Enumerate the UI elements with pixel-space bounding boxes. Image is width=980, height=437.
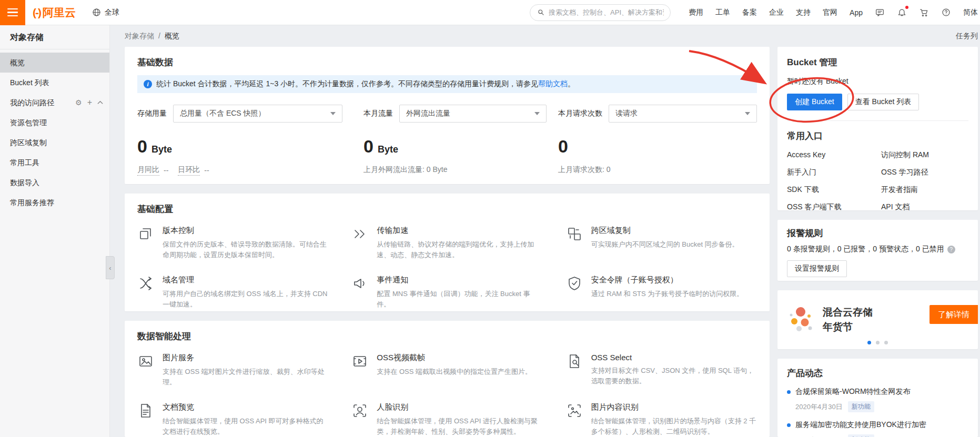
sidebar-item-overview[interactable]: 概览 <box>0 53 109 73</box>
quick-link-ram[interactable]: 访问控制 RAM <box>881 150 968 160</box>
search-input[interactable] <box>549 8 664 16</box>
sidebar-item-resource-packages[interactable]: 资源包管理 <box>0 113 109 133</box>
chevron-up-icon[interactable] <box>97 100 103 105</box>
sidebar-item-bucket-list[interactable]: Bucket 列表 <box>0 73 109 93</box>
sidebar-item-data-import[interactable]: 数据导入 <box>0 172 109 192</box>
sidebar-item-common-tools[interactable]: 常用工具 <box>0 153 109 172</box>
region-selector[interactable]: 全球 <box>92 7 119 17</box>
sidebar-item-label: 跨区域复制 <box>10 133 103 153</box>
carousel-dot[interactable] <box>876 341 880 344</box>
feature-desc: 通过 RAM 和 STS 为子账号授予临时的访问权限。 <box>591 289 744 299</box>
quick-link-oss-learning-path[interactable]: OSS 学习路径 <box>881 168 968 177</box>
carousel-dot[interactable] <box>867 341 871 344</box>
plus-icon[interactable]: + <box>87 98 92 107</box>
face-recognition-icon <box>351 402 369 437</box>
stat-traffic: 本月流量 外网流出流量 0Byte 上月外网流出流量: 0 Byte <box>363 105 547 176</box>
notification-dot <box>905 6 908 9</box>
feature-desc: 结合智能媒体管理，使用 OSS API 进行人脸检测与聚类，并检测年龄、性别、头… <box>377 416 542 437</box>
topbar-search[interactable] <box>530 4 671 21</box>
quick-link-access-key[interactable]: Access Key <box>787 150 881 160</box>
transfer-acceleration-icon <box>351 226 369 260</box>
sidebar-item-my-access-paths[interactable]: 我的访问路径 ⚙ + <box>0 93 109 113</box>
quick-link-developer-guide[interactable]: 开发者指南 <box>881 185 968 195</box>
video-frame-icon <box>351 353 369 388</box>
help-icon[interactable] <box>941 7 951 17</box>
feature-title: 文档预览 <box>163 402 328 412</box>
news-item[interactable]: 合规保留策略-WORM特性全网发布 <box>787 387 968 397</box>
feature-desc: 支持在 OSS 端截取出视频中的指定位置产生图片。 <box>377 367 532 377</box>
sidebar-collapse-handle[interactable]: ‹ <box>106 256 115 279</box>
sidebar-item-cross-region[interactable]: 跨区域复制 <box>0 133 109 153</box>
feature-video-frame[interactable]: OSS视频截帧支持在 OSS 端截取出视频中的指定位置产生图片。 <box>351 353 542 388</box>
help-doc-link[interactable]: 帮助文档 <box>538 79 568 88</box>
create-bucket-button[interactable]: 创建 Bucket <box>787 94 842 110</box>
feature-desc: 可将用户自己的域名绑定到 OSS 域名上，并支持 CDN 一键加速。 <box>163 289 328 310</box>
quick-link-client-download[interactable]: OSS 客户端下载 <box>787 202 881 212</box>
basic-data-card: 基础数据 i 统计 Bucket 合计数据，平均延迟 1~3 小时。不作为计量数… <box>125 47 770 184</box>
version-control-icon <box>137 226 155 260</box>
feature-title: 传输加速 <box>377 226 542 236</box>
quick-link-getting-started[interactable]: 新手入门 <box>787 168 881 177</box>
stat-requests: 本月请求次数 读请求 0 上月请求次数: 0 <box>558 105 757 176</box>
feature-desc: 保留文件的历史版本、错误导致的数据清除。可结合生命周期功能，设置历史版本保留时间… <box>163 239 328 260</box>
feature-title: 域名管理 <box>163 275 328 285</box>
question-icon[interactable]: ? <box>947 246 955 253</box>
feature-security-token[interactable]: 安全令牌（子账号授权）通过 RAM 和 STS 为子账号授予临时的访问权限。 <box>566 275 757 310</box>
topbar-link-ticket[interactable]: 工单 <box>715 8 730 17</box>
topbar-link-enterprise[interactable]: 企业 <box>769 8 784 17</box>
topbar-link-icp[interactable]: 备案 <box>742 8 757 17</box>
aliyun-logo[interactable]: (-) 阿里云 <box>33 5 76 20</box>
feature-oss-select[interactable]: OSS Select支持对目标文件 CSV、JSON 文件，使用 SQL 语句，… <box>566 353 757 388</box>
feature-image-recognition[interactable]: 图片内容识别结合智能媒体管理，识别图片的场景与内容（支持 2 千多个标签）、人形… <box>566 402 757 437</box>
promo-detail-button[interactable]: 了解详情 <box>930 305 978 324</box>
alarm-status-text: 0 条报警规则，0 已报警，0 预警状态，0 已禁用 <box>787 245 944 254</box>
news-item-text: 服务端加密功能支持使用BYOK进行加密 <box>795 420 926 430</box>
feature-doc-preview[interactable]: 文档预览结合智能媒体管理，使用 OSS API 即可对多种格式的文档进行在线预览… <box>137 402 328 437</box>
feature-domain-management[interactable]: 域名管理可将用户自己的域名绑定到 OSS 域名上，并支持 CDN 一键加速。 <box>137 275 328 310</box>
feature-transfer-acceleration[interactable]: 传输加速从传输链路、协议对存储的端到端优化，支持上传加速、动态、静态文件加速。 <box>351 226 542 260</box>
feature-version-control[interactable]: 版本控制保留文件的历史版本、错误导致的数据清除。可结合生命周期功能，设置历史版本… <box>137 226 328 260</box>
carousel-dot[interactable] <box>884 341 888 344</box>
mom-value: -- <box>164 166 168 175</box>
aliyun-logo-text: 阿里云 <box>43 5 76 20</box>
feature-face-recognition[interactable]: 人脸识别结合智能媒体管理，使用 OSS API 进行人脸检测与聚类，并检测年龄、… <box>351 402 542 437</box>
stat-value: 0 <box>137 136 147 157</box>
topbar-link-support[interactable]: 支持 <box>796 8 811 17</box>
feature-image-service[interactable]: 图片服务支持在 OSS 端对图片文件进行缩放、裁剪、水印等处理。 <box>137 353 328 388</box>
request-type-select[interactable]: 读请求 <box>609 105 757 123</box>
region-label: 全球 <box>105 8 119 17</box>
quick-link-sdk-download[interactable]: SDK 下载 <box>787 185 881 195</box>
gear-icon[interactable]: ⚙ <box>75 93 82 113</box>
news-item[interactable]: 服务端加密功能支持使用BYOK进行加密 <box>787 420 968 430</box>
feature-cross-region-replication[interactable]: 跨区域复制可实现账户内不同区域之间的 Bucket 同步备份。 <box>566 226 757 260</box>
feature-desc: 从传输链路、协议对存储的端到端优化，支持上传加速、动态、静态文件加速。 <box>377 239 542 260</box>
divider <box>787 120 968 121</box>
traffic-type-select[interactable]: 外网流出流量 <box>399 105 547 123</box>
view-bucket-list-button[interactable]: 查看 Bucket 列表 <box>847 94 920 110</box>
feature-desc: 可实现账户内不同区域之间的 Bucket 同步备份。 <box>591 239 739 250</box>
task-list-link[interactable]: 任务列 <box>956 32 978 41</box>
promo-banner[interactable]: 混合云存储 年货节 了解详情 <box>777 290 978 349</box>
breadcrumb-root[interactable]: 对象存储 <box>125 32 154 41</box>
topbar-link-app[interactable]: App <box>850 8 863 17</box>
feature-title: OSS Select <box>591 353 757 362</box>
storage-type-select[interactable]: 总用量（不含 ECS 快照） <box>173 105 342 123</box>
cart-icon[interactable] <box>919 7 929 17</box>
quick-links-title: 常用入口 <box>787 130 968 142</box>
notice-text: 统计 Bucket 合计数据，平均延迟 1~3 小时。不作为计量数据，仅作参考。… <box>156 79 575 89</box>
aliyun-logo-icon: (-) <box>33 6 41 19</box>
bucket-empty-text: 暂时还没有 Bucket <box>787 77 968 86</box>
topbar-link-website[interactable]: 官网 <box>823 8 837 17</box>
quick-link-api-docs[interactable]: API 文档 <box>881 202 968 212</box>
language-switch[interactable]: 简体 <box>963 8 978 17</box>
feature-event-notification[interactable]: 事件通知配置 MNS 事件通知（回调）功能，关注 Bucket 事件。 <box>351 275 542 310</box>
news-item-text: 合规保留策略-WORM特性全网发布 <box>795 387 911 397</box>
menu-icon[interactable] <box>0 0 25 25</box>
sidebar-item-recommended-services[interactable]: 常用服务推荐 <box>0 192 109 212</box>
topbar-links: 费用 工单 备案 企业 支持 官网 App 简体 <box>689 7 980 17</box>
set-alarm-rules-button[interactable]: 设置报警规则 <box>787 260 847 277</box>
bell-icon[interactable] <box>897 7 907 17</box>
message-icon[interactable] <box>875 7 885 17</box>
topbar-link-fee[interactable]: 费用 <box>689 8 703 17</box>
breadcrumb-current: 概览 <box>165 32 179 41</box>
